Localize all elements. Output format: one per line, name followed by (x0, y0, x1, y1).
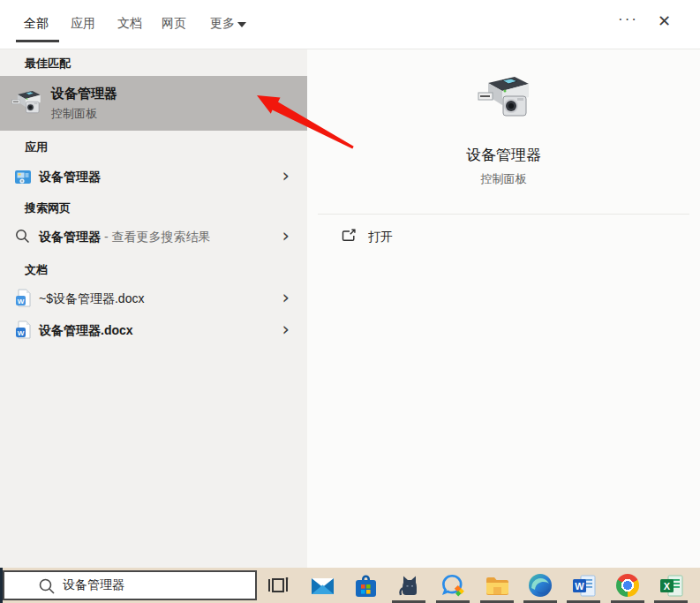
preview-subtitle: 控制面板 (307, 171, 700, 187)
device-manager-icon (11, 87, 42, 124)
doc-result-main[interactable]: W 设备管理器.docx › (0, 316, 307, 346)
store-icon[interactable] (348, 568, 383, 603)
search-web-header: 搜索网页 (25, 200, 71, 216)
device-manager-large-icon (476, 72, 532, 129)
open-external-icon (341, 229, 357, 246)
chevron-right-icon[interactable]: › (282, 319, 290, 340)
web-search-result[interactable]: 设备管理器 - 查看更多搜索结果 › (0, 222, 307, 253)
svg-text:W: W (18, 329, 25, 337)
apps-header: 应用 (25, 139, 48, 155)
close-icon[interactable]: ✕ (658, 11, 671, 31)
documents-header: 文档 (25, 262, 48, 278)
word-document-icon: W (15, 289, 31, 312)
app-result-label: 设备管理器 (39, 170, 101, 185)
app-result-device-manager[interactable]: 设备管理器 › (0, 162, 307, 192)
cat-app-icon[interactable] (391, 568, 426, 603)
edge-icon[interactable] (523, 568, 558, 603)
search-icon (38, 577, 56, 595)
mail-icon[interactable] (305, 568, 340, 603)
best-match-result[interactable]: 设备管理器 控制面板 (0, 76, 307, 131)
device-manager-small-icon (15, 170, 31, 189)
best-match-header: 最佳匹配 (25, 56, 71, 72)
tab-web[interactable]: 网页 (162, 16, 186, 32)
web-search-query: 设备管理器 (39, 230, 101, 244)
taskbar: W X (0, 568, 700, 603)
web-search-suffix: - 查看更多搜索结果 (101, 230, 210, 244)
word-icon[interactable]: W (566, 568, 601, 603)
chevron-right-icon[interactable]: › (282, 165, 290, 186)
search-flyout-screen: 全部 应用 文档 网页 更多 ··· ✕ 最佳匹配 (0, 0, 700, 603)
taskbar-search-box[interactable] (3, 570, 257, 600)
chat-app-icon[interactable] (435, 568, 470, 603)
doc-result-name: 设备管理器.docx (39, 323, 133, 339)
search-icon (15, 229, 30, 247)
svg-text:W: W (18, 298, 25, 305)
tab-documents[interactable]: 文档 (117, 16, 142, 32)
task-view-icon[interactable] (260, 568, 296, 603)
chevron-right-icon[interactable]: › (282, 225, 290, 246)
best-match-title: 设备管理器 (51, 86, 117, 102)
results-panel: 最佳匹配 设备管理器 控制面板 (0, 49, 307, 568)
divider (318, 214, 689, 215)
svg-text:X: X (663, 580, 670, 591)
chevron-right-icon[interactable]: › (282, 287, 290, 308)
tab-apps[interactable]: 应用 (71, 16, 95, 32)
preview-title: 设备管理器 (307, 145, 700, 165)
doc-result-temp[interactable]: W ~$设备管理器.docx › (0, 284, 307, 314)
doc-result-name: ~$设备管理器.docx (39, 291, 144, 307)
open-action[interactable]: 打开 (341, 228, 393, 247)
best-match-subtitle: 控制面板 (51, 106, 97, 122)
open-action-label: 打开 (368, 230, 393, 245)
word-document-icon: W (15, 320, 31, 343)
options-ellipsis-button[interactable]: ··· (618, 11, 638, 28)
chrome-icon[interactable] (610, 568, 645, 603)
preview-panel: 设备管理器 控制面板 打开 (307, 49, 700, 568)
file-explorer-icon[interactable] (479, 568, 515, 603)
tab-more[interactable]: 更多 (210, 16, 235, 32)
chevron-down-icon[interactable] (237, 22, 246, 27)
tab-all[interactable]: 全部 (24, 16, 49, 32)
excel-icon[interactable]: X (653, 568, 689, 603)
svg-text:W: W (575, 580, 584, 591)
search-filter-bar: 全部 应用 文档 网页 更多 ··· ✕ (0, 0, 700, 49)
active-tab-underline (16, 40, 59, 42)
search-input[interactable] (61, 574, 241, 597)
